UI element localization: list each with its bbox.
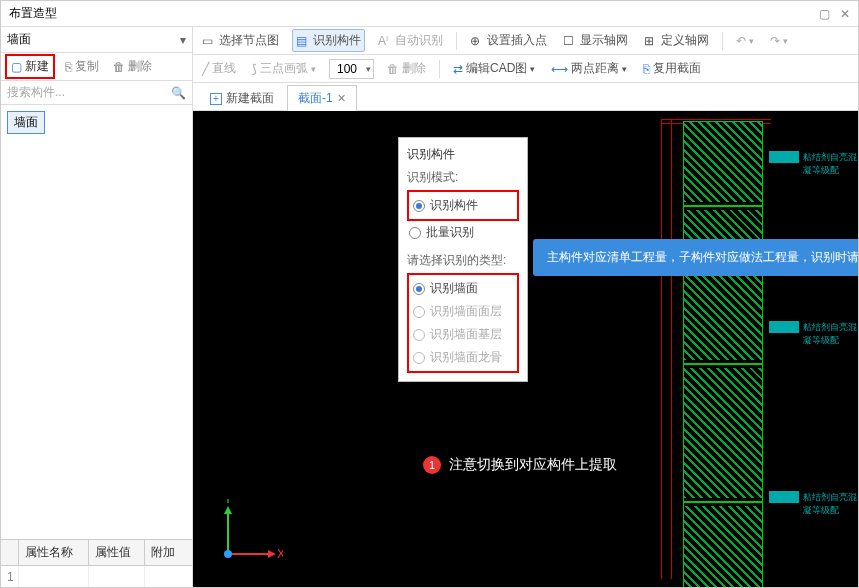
grid-icon: ☐ bbox=[563, 34, 577, 48]
opt-batch-identify[interactable]: 批量识别 bbox=[407, 221, 519, 244]
two-point-distance-button[interactable]: ⟷两点距离▾ bbox=[548, 58, 630, 79]
define-grid-icon: ⊞ bbox=[644, 34, 658, 48]
hatch-fill bbox=[684, 368, 762, 498]
delete-button[interactable]: 🗑 删除 bbox=[109, 56, 156, 77]
marker-text: 粘结剂自亮混凝等级配 bbox=[803, 321, 858, 347]
svg-text:X: X bbox=[277, 547, 283, 561]
reuse-icon: ⎘ bbox=[643, 62, 650, 76]
distance-icon: ⟷ bbox=[551, 62, 568, 76]
tree-item-wall[interactable]: 墙面 bbox=[7, 111, 45, 134]
property-row[interactable]: 1 bbox=[1, 566, 192, 588]
svg-marker-1 bbox=[268, 550, 276, 558]
opt-identify-component[interactable]: 识别构件 bbox=[411, 194, 515, 217]
radio-icon bbox=[413, 352, 425, 364]
hatch-fill bbox=[684, 210, 762, 360]
line-button[interactable]: ╱直线 bbox=[199, 58, 239, 79]
auto-icon: Aˡ bbox=[378, 34, 392, 48]
section-tab-1[interactable]: 截面-1✕ bbox=[287, 85, 357, 111]
close-button[interactable]: ✕ bbox=[840, 7, 850, 21]
popup-section-label: 请选择识别的类型: bbox=[407, 252, 519, 269]
identify-popup: 识别构件 识别模式: 识别构件 批量识别 请选择识别的类型: 识别墙面 识别墙面… bbox=[398, 137, 528, 382]
trash-icon: 🗑 bbox=[113, 60, 125, 74]
grid-horizontal bbox=[661, 119, 771, 120]
define-grid-button[interactable]: ⊞定义轴网 bbox=[641, 30, 712, 51]
undo-icon: ↶ bbox=[736, 34, 746, 48]
seg-line bbox=[684, 205, 762, 207]
annotation-callout: 1 注意切换到对应构件上提取 bbox=[423, 456, 617, 474]
marker-tag: FT-04 bbox=[769, 321, 799, 333]
search-icon[interactable]: 🔍 bbox=[171, 86, 186, 100]
set-insert-point-button[interactable]: ⊕设置插入点 bbox=[467, 30, 550, 51]
select-node-button[interactable]: ▭选择节点图 bbox=[199, 30, 282, 51]
opt-identify-wall[interactable]: 识别墙面 bbox=[411, 277, 515, 300]
separator bbox=[722, 32, 723, 50]
marker-text: 粘结剂自亮混凝等级配 bbox=[803, 151, 858, 177]
grid-vertical bbox=[671, 119, 672, 579]
window-title: 布置造型 bbox=[9, 5, 57, 22]
close-tab-icon[interactable]: ✕ bbox=[337, 92, 346, 105]
trash-icon: 🗑 bbox=[387, 62, 399, 76]
search-input[interactable]: 搜索构件... bbox=[7, 84, 65, 101]
new-icon: ▢ bbox=[11, 60, 22, 74]
separator bbox=[439, 60, 440, 78]
callout-text: 注意切换到对应构件上提取 bbox=[449, 456, 617, 474]
arc-icon: ⟆ bbox=[252, 62, 257, 76]
radio-icon bbox=[409, 227, 421, 239]
tooltip-message: 主构件对应清单工程量，子构件对应做法工程量，识别时请确认对应关系 bbox=[547, 249, 859, 266]
identify-component-button[interactable]: ▤识别构件 bbox=[292, 29, 365, 52]
radio-icon bbox=[413, 283, 425, 295]
show-grid-button[interactable]: ☐显示轴网 bbox=[560, 30, 631, 51]
grid-vertical bbox=[661, 119, 662, 579]
value-input[interactable] bbox=[330, 62, 364, 76]
popup-title: 识别构件 bbox=[407, 146, 519, 163]
edit-cad-button[interactable]: ⇄编辑CAD图▾ bbox=[450, 58, 538, 79]
line-icon: ╱ bbox=[202, 62, 209, 76]
wall-column bbox=[683, 121, 763, 588]
info-tooltip: 主构件对应清单工程量，子构件对应做法工程量，识别时请确认对应关系 不再显示 bbox=[533, 239, 859, 276]
radio-icon bbox=[413, 200, 425, 212]
seg-line bbox=[684, 501, 762, 503]
undo-button[interactable]: ↶▾ bbox=[733, 32, 757, 50]
category-combo-label: 墙面 bbox=[7, 31, 31, 48]
redo-button[interactable]: ↷▾ bbox=[767, 32, 791, 50]
chevron-down-icon: ▾ bbox=[180, 33, 186, 47]
opt-identify-wall-base[interactable]: 识别墙面基层 bbox=[411, 323, 515, 346]
svg-point-6 bbox=[224, 550, 232, 558]
opt-identify-wall-face[interactable]: 识别墙面面层 bbox=[411, 300, 515, 323]
copy-icon: ⎘ bbox=[65, 60, 72, 74]
insert-icon: ⊕ bbox=[470, 34, 484, 48]
identify-icon: ▤ bbox=[296, 34, 310, 48]
select-icon: ▭ bbox=[202, 34, 216, 48]
redo-icon: ↷ bbox=[770, 34, 780, 48]
caret-icon[interactable]: ▾ bbox=[364, 64, 373, 74]
category-combo[interactable]: 墙面 ▾ bbox=[1, 27, 192, 53]
radio-icon bbox=[413, 306, 425, 318]
seg-line bbox=[684, 363, 762, 365]
hatch-fill bbox=[684, 122, 762, 202]
radio-icon bbox=[413, 329, 425, 341]
delete2-button[interactable]: 🗑删除 bbox=[384, 58, 429, 79]
marker-tag: FT-04 bbox=[769, 151, 799, 163]
axis-gizmo: X Y bbox=[213, 499, 283, 569]
auto-identify-button[interactable]: Aˡ自动识别 bbox=[375, 30, 446, 51]
popup-section-label: 识别模式: bbox=[407, 169, 519, 186]
property-header: 属性名称 属性值 附加 bbox=[1, 540, 192, 566]
svg-text:Y: Y bbox=[224, 499, 232, 506]
marker-text: 粘结剂自亮混凝等级配 bbox=[803, 491, 858, 517]
plus-icon: + bbox=[210, 93, 222, 105]
new-button[interactable]: ▢ 新建 bbox=[5, 54, 55, 79]
marker-tag: FT-04 bbox=[769, 491, 799, 503]
reuse-section-button[interactable]: ⎘复用截面 bbox=[640, 58, 704, 79]
opt-identify-wall-keel[interactable]: 识别墙面龙骨 bbox=[411, 346, 515, 369]
maximize-button[interactable]: ▢ bbox=[819, 7, 830, 21]
callout-number: 1 bbox=[423, 456, 441, 474]
add-section-tab[interactable]: +新建截面 bbox=[199, 85, 285, 110]
svg-marker-4 bbox=[224, 506, 232, 514]
separator bbox=[456, 32, 457, 50]
hatch-fill bbox=[684, 506, 762, 588]
copy-button[interactable]: ⎘ 复制 bbox=[61, 56, 103, 77]
edit-icon: ⇄ bbox=[453, 62, 463, 76]
value-stepper[interactable]: ▾ bbox=[329, 59, 374, 79]
arc-button[interactable]: ⟆三点画弧▾ bbox=[249, 58, 319, 79]
